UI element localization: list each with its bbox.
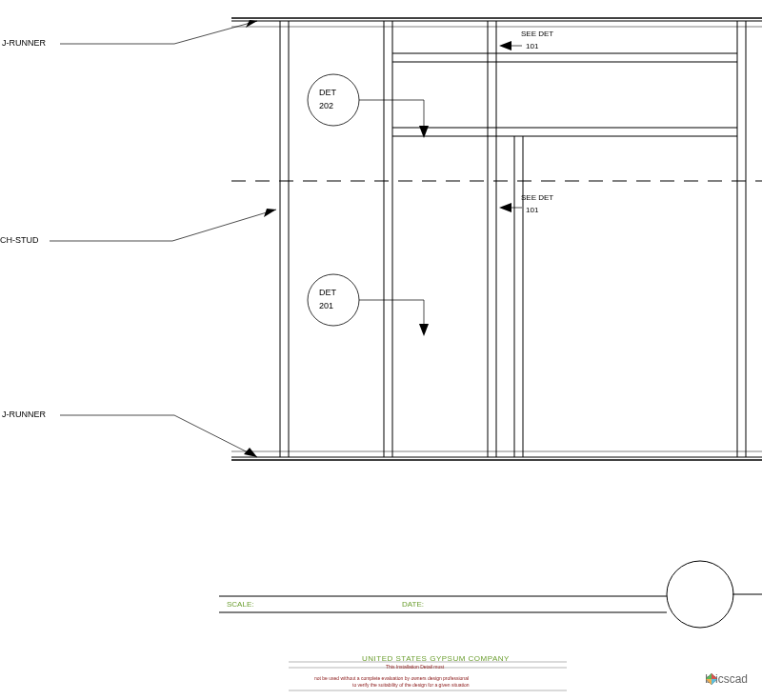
date-label: DATE: [402,600,424,609]
cad-drawing: J-RUNNER CH-STUD J-RUNNER DET 202 DET 20… [0,0,762,700]
j-runner-bottom-label: J-RUNNER [2,410,46,419]
svg-marker-50 [712,673,717,679]
footer-line3: to verify the suitability of the design … [352,682,470,688]
svg-line-28 [174,415,257,457]
svg-marker-26 [264,209,276,217]
see-det-bottom-num: 101 [526,206,538,214]
svg-marker-52 [706,679,712,685]
footer-company: UNITED STATES GYPSUM COMPANY [362,654,510,663]
svg-marker-53 [706,673,712,679]
svg-marker-29 [244,448,257,457]
svg-line-25 [172,210,276,241]
svg-line-22 [174,21,257,44]
svg-marker-39 [499,41,511,50]
see-det-top-label: SEE DET [521,30,553,38]
j-runner-top-label: J-RUNNER [2,38,46,48]
bricscad-icon [705,672,718,686]
ch-stud-label: CH-STUD [0,235,39,245]
footer-line2: not be used without a complete evaluatio… [314,675,469,681]
drawing-svg [0,0,762,700]
svg-marker-51 [712,679,717,685]
see-det-top-num: 101 [526,42,538,50]
det-201-label: DET [319,288,336,297]
det-202-num: 202 [319,101,333,110]
footer-line1: This Installation Detail must [386,664,444,670]
bricscad-watermark: bricscad [705,672,748,686]
svg-point-44 [667,561,733,628]
det-202-label: DET [319,88,336,97]
scale-label: SCALE: [227,600,253,609]
see-det-bottom-label: SEE DET [521,193,553,202]
svg-point-30 [308,74,359,126]
svg-marker-37 [419,324,429,336]
svg-marker-41 [499,203,511,212]
det-201-num: 201 [319,301,333,310]
svg-point-34 [308,274,359,326]
